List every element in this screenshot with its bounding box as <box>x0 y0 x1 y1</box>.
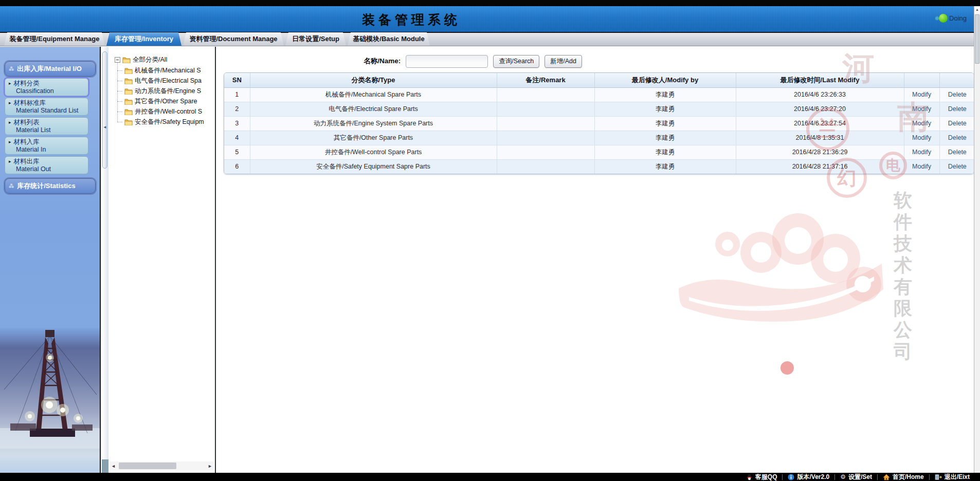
sidebar-item-material-standard[interactable]: ▸ 材料标准库 Material Standard List <box>5 98 88 116</box>
sidebar-item-material-out[interactable]: ▸ 材料出库 Material Out <box>5 156 88 174</box>
statusbar-item-home[interactable]: 首页/Home <box>878 473 929 481</box>
item-arrow-icon: ▸ <box>9 119 11 126</box>
table-header-row: SN 分类名称/Type 备注/Remark 最后修改人/Modify by 最… <box>224 73 974 87</box>
tree-node-safety[interactable]: 安全备件/Safety Equipm <box>117 117 204 126</box>
tree-node-well-control[interactable]: 井控备件/Well-control S <box>117 107 202 116</box>
sidebar-item-label-en: Material Standard List <box>9 107 86 115</box>
status-bar: 客服QQ 版本/Ver2.0 ⚙ 设置/Set 首页/Home <box>0 473 980 481</box>
tab-document-manage[interactable]: 资料管理/Document Manage <box>183 32 284 46</box>
cell-modify-by: 李建勇 <box>594 116 736 131</box>
col-sn: SN <box>224 73 250 87</box>
statusbar-item-settings[interactable]: ⚙ 设置/Set <box>835 473 877 481</box>
rig-photo <box>0 328 101 473</box>
col-type: 分类名称/Type <box>250 73 497 87</box>
search-button[interactable]: 查询/Search <box>493 55 539 68</box>
folder-icon <box>124 119 133 125</box>
tab-basic-module[interactable]: 基础模块/Basic Module <box>348 32 430 46</box>
sidebar-item-label-zh: 材料入库 <box>14 138 40 146</box>
statusbar-item-qq[interactable]: 客服QQ <box>741 473 783 481</box>
add-button[interactable]: 新增/Add <box>545 55 582 68</box>
modify-link[interactable]: Modify <box>904 116 939 131</box>
qq-icon <box>746 474 753 480</box>
tree-node-label: 全部分类/All <box>133 55 167 64</box>
hscroll-thumb[interactable] <box>119 462 176 469</box>
item-arrow-icon: ▸ <box>9 138 11 146</box>
tab-inventory[interactable]: 库存管理/Inventory <box>106 32 182 46</box>
cell-sn: 4 <box>224 131 250 145</box>
sidebar-group-material-io[interactable]: ⁂ 出库入库/Material I/O <box>5 61 96 77</box>
sidebar-item-label-zh: 材料分类 <box>14 80 40 87</box>
folder-icon <box>124 108 133 115</box>
modify-link[interactable]: Modify <box>904 159 939 174</box>
sidebar-item-label-en: Material List <box>9 126 86 134</box>
tree-node-all[interactable]: 全部分类/All <box>115 55 167 64</box>
name-input[interactable] <box>406 55 488 68</box>
cell-sn: 5 <box>224 145 250 159</box>
cell-type: 电气备件/Electrical Spare Parts <box>250 102 497 116</box>
modify-link[interactable]: Modify <box>904 87 939 102</box>
tree-node-other[interactable]: 其它备件/Other Spare <box>117 97 197 106</box>
cell-remark <box>497 102 594 116</box>
cell-last-modify: 2016/4/6 23:26:33 <box>736 87 904 102</box>
statusbar-label: 客服QQ <box>755 473 777 481</box>
cell-remark <box>497 87 594 102</box>
scroll-up-icon[interactable]: ▲ <box>974 6 980 13</box>
cell-type: 井控备件/Well-control Spare Parts <box>250 145 497 159</box>
cell-sn: 2 <box>224 102 250 116</box>
status-indicator-label: Doing <box>949 14 967 22</box>
item-arrow-icon: ▸ <box>9 80 11 87</box>
sidebar-item-label-en: Classification <box>9 87 86 95</box>
main-panel: 名称/Name: 查询/Search 新增/Add SN 分类名称/Type 备… <box>216 47 974 473</box>
scroll-left-icon[interactable]: ◄ <box>111 464 116 469</box>
sidebar-item-material-in[interactable]: ▸ 材料入库 Material In <box>5 137 88 155</box>
modify-link[interactable]: Modify <box>904 102 939 116</box>
delete-link[interactable]: Delete <box>939 87 974 102</box>
cell-type: 机械备件/Mechanical Spare Parts <box>250 87 497 102</box>
tree-node-mechanical[interactable]: 机械备件/Mechanical S <box>117 66 201 75</box>
collapse-left-icon[interactable]: ◄ <box>103 125 107 130</box>
delete-link[interactable]: Delete <box>939 159 974 174</box>
page-scroll-thumb[interactable] <box>975 14 979 64</box>
tab-equipment-manage[interactable]: 装备管理/Equipment Manage <box>4 32 105 46</box>
folder-icon <box>124 67 133 74</box>
delete-link[interactable]: Delete <box>939 145 974 159</box>
tree-node-engine[interactable]: 动力系统备件/Engine S <box>117 86 201 96</box>
delete-link[interactable]: Delete <box>939 131 974 145</box>
scroll-right-icon[interactable]: ► <box>208 464 212 469</box>
delete-link[interactable]: Delete <box>939 116 974 131</box>
cell-remark <box>497 131 594 145</box>
cell-last-modify: 2016/4/6 23:27:54 <box>736 116 904 131</box>
status-dot-green-icon <box>939 14 948 23</box>
sidebar-group-statistics[interactable]: ⁂ 库存统计/Statistics <box>5 178 96 194</box>
folder-icon <box>124 88 133 95</box>
tree-stub-line <box>117 91 122 91</box>
sidebar: ⁂ 出库入库/Material I/O ▸ 材料分类 Classificatio… <box>0 47 101 473</box>
delete-link[interactable]: Delete <box>939 102 974 116</box>
sidebar-item-material-list[interactable]: ▸ 材料列表 Material List <box>5 117 88 135</box>
splitter-scroll-thumb[interactable] <box>102 51 107 169</box>
watermark-red-dot <box>781 361 794 375</box>
modify-link[interactable]: Modify <box>904 131 939 145</box>
app-window: 装备管理系统 Doing 装备管理/Equipment Manage 库存管理/… <box>0 0 980 481</box>
statusbar-item-version[interactable]: 版本/Ver2.0 <box>783 473 834 481</box>
sidebar-item-label-en: Material In <box>9 146 86 154</box>
modify-link[interactable]: Modify <box>904 145 939 159</box>
statusbar-label: 设置/Set <box>848 473 872 481</box>
folder-icon <box>124 98 133 105</box>
table-row: 5 井控备件/Well-control Spare Parts 李建勇 2016… <box>224 145 974 159</box>
tab-setup[interactable]: 日常设置/Setup <box>285 32 346 46</box>
cell-last-modify: 2016/4/28 21:36:29 <box>736 145 904 159</box>
collapse-minus-icon[interactable] <box>115 57 120 63</box>
cell-modify-by: 李建勇 <box>594 131 736 145</box>
tree-stub-line <box>117 70 122 71</box>
tab-bar: 装备管理/Equipment Manage 库存管理/Inventory 资料管… <box>0 32 980 46</box>
statusbar-item-exit[interactable]: 退出/Eixt <box>930 473 975 481</box>
category-tree-panel: 全部分类/All 机械备件/Mechanical S 电气备件/Electric… <box>108 47 216 473</box>
tree-stub-line <box>117 81 122 81</box>
tree-node-electrical[interactable]: 电气备件/Electrical Spa <box>117 76 202 85</box>
sidebar-item-classification[interactable]: ▸ 材料分类 Classification <box>5 78 88 96</box>
sidebar-item-label-zh: 材料标准库 <box>14 99 46 107</box>
cell-remark <box>497 145 594 159</box>
statusbar-label: 退出/Eixt <box>945 473 970 481</box>
sidebar-splitter: ◄ <box>102 47 108 473</box>
